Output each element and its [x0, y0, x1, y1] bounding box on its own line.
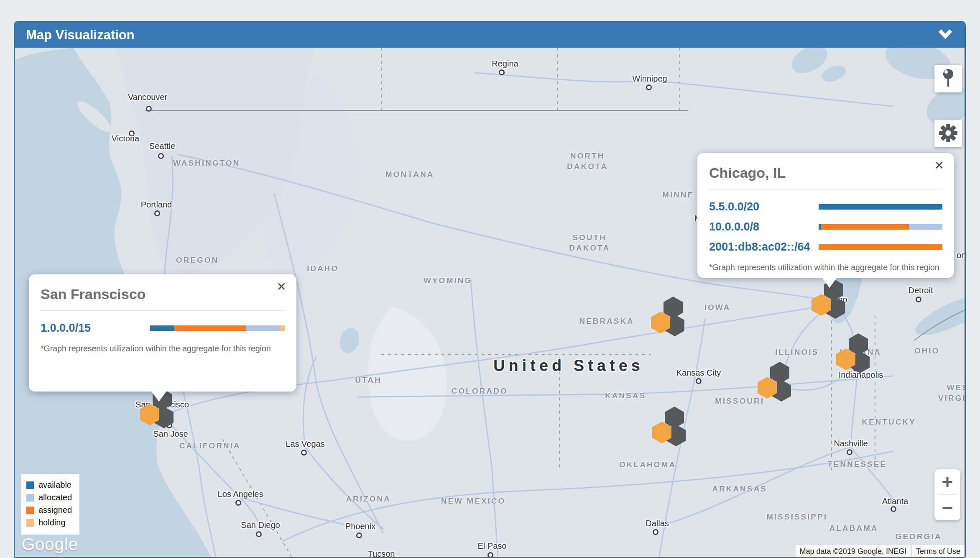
state-label: NEW MEXICO — [441, 496, 506, 507]
state-label: ILLINOIS — [775, 347, 819, 358]
state-label: TENNESSEE — [827, 459, 887, 470]
legend-item-holding: holding — [26, 518, 72, 527]
city-dot — [916, 297, 921, 302]
state-label: MINNE — [662, 190, 694, 200]
bar-segment-available — [150, 325, 174, 331]
state-label: NEBRASKA — [579, 316, 634, 327]
city-label: Dallas — [646, 519, 669, 528]
city-label: ont — [957, 251, 965, 260]
state-label: SOUTH DAKOTA — [569, 233, 610, 253]
popup-tail — [151, 390, 167, 402]
utilization-legend: availableallocatedassignedholding — [21, 474, 79, 535]
city-label: Detroit — [909, 286, 933, 295]
utilization-row: 5.5.0.0/20 — [709, 200, 942, 213]
popup-title: Chicago, IL — [709, 162, 942, 189]
bar-segment-assigned — [174, 325, 246, 331]
map-canvas[interactable]: United StatesWASHINGTONMONTANANORTH DAKO… — [15, 48, 965, 558]
zoom-out-button[interactable]: − — [934, 495, 960, 520]
country-label: United States — [493, 357, 644, 375]
map-attribution: Map data ©2019 Google, INEGI Terms of Us… — [796, 545, 965, 558]
city-label: Victoria — [112, 134, 139, 143]
gear-icon — [939, 123, 958, 144]
state-label: CALIFORNIA — [179, 441, 240, 451]
state-label: WYOMING — [424, 276, 472, 286]
popup-tail — [821, 276, 838, 288]
popup-title: San Franscisco — [41, 284, 285, 311]
legend-item-allocated: allocated — [26, 493, 72, 502]
city-label: Los Angeles — [218, 489, 263, 499]
panel-title: Map Visualization — [26, 28, 135, 43]
city-dot — [301, 450, 307, 456]
city-dot — [499, 69, 505, 75]
state-label: IDAHO — [307, 264, 339, 274]
bar-segment-assigned — [821, 224, 909, 230]
google-logo[interactable]: Google — [22, 535, 78, 554]
popup-utilization-rows: 5.5.0.0/2010.0.0.0/82001:db8:ac02::/64 — [709, 200, 942, 253]
city-dot — [847, 449, 852, 455]
city-dot — [256, 531, 262, 537]
city-label: Las Vegas — [286, 439, 324, 449]
utilization-row: 10.0.0.0/8 — [709, 220, 942, 233]
state-label: WEST VIRGINIA — [938, 383, 965, 403]
legend-item-label: available — [38, 480, 71, 490]
city-label: El Paso — [478, 541, 507, 551]
bar-segment-allocated — [246, 325, 280, 331]
city-label: Vancouver — [128, 92, 167, 102]
map-visualization-panel: Map Visualization — [14, 21, 966, 558]
state-label: ARIZONA — [346, 494, 391, 504]
bar-segment-holding — [279, 325, 285, 331]
state-label: MISSOURI — [715, 396, 764, 407]
state-label: GEORGIA — [896, 532, 942, 542]
popup-note: *Graph represents utilization within the… — [709, 263, 942, 272]
state-label: UTAH — [355, 375, 381, 386]
city-dot — [487, 552, 493, 558]
state-label: WASHINGTON — [173, 158, 240, 169]
map-settings-button[interactable] — [934, 120, 962, 147]
city-label: Portland — [141, 200, 172, 210]
legend-item-assigned: assigned — [26, 505, 72, 515]
map-data-credit: Map data ©2019 Google, INEGI — [796, 545, 911, 558]
state-label: IOWA — [704, 302, 731, 313]
page: { "header": { "title": "Map Visualizatio… — [0, 0, 980, 558]
close-icon[interactable]: ✕ — [274, 279, 289, 294]
state-label: OKLAHOMA — [619, 460, 676, 470]
allocated-swatch — [26, 494, 34, 502]
city-dot — [356, 532, 362, 538]
city-dot — [154, 210, 160, 216]
map-pin-icon — [940, 68, 957, 90]
popup-note: *Graph represents utilization within the… — [41, 344, 285, 353]
city-label: Tucson — [368, 549, 395, 558]
city-label: Regina — [492, 59, 518, 69]
city-dot — [696, 378, 702, 384]
terms-of-use-link[interactable]: Terms of Use — [912, 545, 965, 558]
utilization-bar — [150, 325, 285, 331]
city-label: Seattle — [149, 141, 175, 151]
pin-tool-button[interactable] — [934, 65, 962, 92]
zoom-in-button[interactable]: + — [934, 469, 960, 494]
collapse-panel-button[interactable] — [937, 29, 954, 41]
aggregate-label: 5.5.0.0/20 — [709, 200, 819, 213]
close-icon[interactable]: ✕ — [932, 158, 947, 173]
state-label: KANSAS — [605, 391, 646, 401]
chevron-down-icon — [937, 29, 954, 41]
state-label: ALABAMA — [829, 523, 878, 534]
holding-swatch — [26, 519, 34, 527]
state-label: KENTUCKY — [862, 417, 916, 427]
city-label: Winnipeg — [632, 74, 667, 84]
available-swatch — [26, 481, 34, 489]
legend-item-label: assigned — [38, 505, 72, 515]
state-label: OREGON — [176, 255, 219, 266]
assigned-swatch — [26, 507, 34, 514]
city-label: Nashville — [834, 439, 868, 448]
bar-segment-available — [819, 204, 942, 210]
state-label: NORTH DAKOTA — [567, 151, 608, 171]
utilization-bar — [819, 204, 942, 210]
legend-item-available: available — [26, 480, 72, 490]
city-label: Phoenix — [345, 522, 375, 531]
city-dot — [235, 500, 241, 506]
state-label: ARKANSAS — [712, 484, 767, 494]
map-popup-chicago: ✕ Chicago, IL 5.5.0.0/2010.0.0.0/82001:d… — [697, 153, 954, 278]
city-dot — [158, 153, 164, 159]
zoom-control: + − — [934, 469, 960, 520]
utilization-bar — [819, 224, 942, 230]
